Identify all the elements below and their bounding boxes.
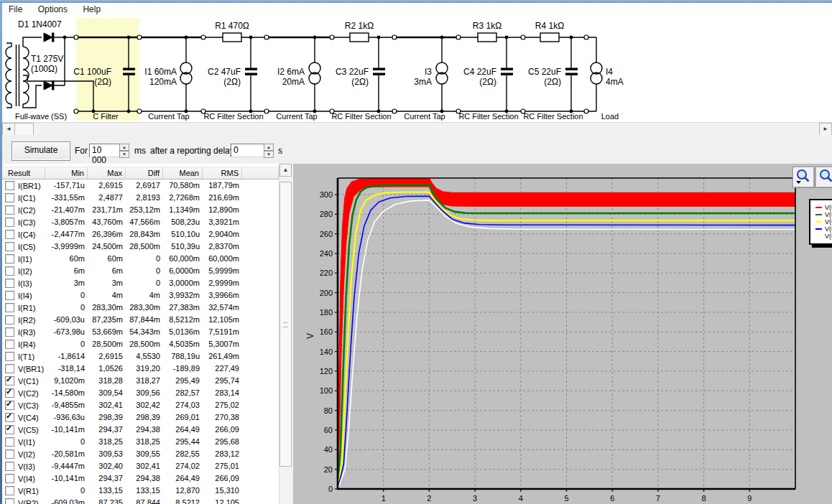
result-mean: 8,5212m [163, 314, 203, 326]
result-diff: 309,56 [126, 387, 163, 399]
duration-input[interactable]: 10 000 [89, 144, 121, 157]
header-max[interactable]: Max [88, 167, 126, 179]
result-row: I(C2)-21,407m231,71m253,12m1,1349m12,890… [2, 204, 279, 216]
result-diff: 0 [126, 265, 163, 277]
result-diff: 283,30m [126, 302, 163, 314]
result-checkbox[interactable]: ✓ [5, 388, 14, 398]
label-i2-line1: I2 6mA [277, 67, 305, 77]
section-label-load[interactable]: Load [601, 112, 619, 121]
section-label-cfilter[interactable]: C Filter [93, 112, 119, 121]
result-name: I(C4) [18, 230, 35, 239]
result-min: -1,8614 [45, 350, 88, 363]
result-checkbox[interactable] [5, 364, 14, 373]
result-checkbox[interactable] [5, 327, 14, 337]
header-min[interactable]: Min [45, 167, 88, 179]
header-mean[interactable]: Mean [163, 167, 203, 179]
legend-entry: V(C2) [815, 211, 832, 218]
label-i3-line1: I3 [425, 67, 432, 77]
result-checkbox[interactable] [5, 303, 14, 312]
spin-down-icon[interactable]: ▼ [119, 151, 129, 158]
result-checkbox[interactable] [5, 315, 14, 325]
result-name: V(R1) [18, 487, 39, 495]
scroll-right-button[interactable]: ► [819, 123, 832, 136]
result-checkbox[interactable]: ✓ [5, 376, 14, 386]
result-diff: 54,343m [126, 326, 163, 338]
result-checkbox[interactable] [5, 449, 14, 459]
voltage-plot: 0204060801001201401601802002202402602803… [293, 164, 832, 504]
section-label-currenttap-2[interactable]: Current Tap [276, 112, 317, 121]
result-checkbox[interactable]: ✓ [5, 425, 14, 434]
result-row: ✓V(C2)-14,580m309,54309,56282,57283,14 [2, 387, 279, 399]
label-c4-line1: C4 22uF [463, 67, 496, 77]
result-checkbox[interactable] [5, 205, 14, 215]
schematic-horizontal-scrollbar[interactable]: ◄ ► [2, 122, 832, 136]
result-checkbox[interactable] [5, 242, 14, 251]
result-row: I(R3)-673,98u53,669m54,343m5,0136m7,5191… [2, 326, 279, 338]
result-mean: 60,000m [163, 253, 203, 265]
result-checkbox[interactable] [5, 193, 14, 202]
schematic-drawing: D1 1N4007 T1 275V (100Ω) C1 100uF (2Ω) I… [2, 16, 832, 122]
result-checkbox[interactable] [5, 279, 14, 288]
result-diff: 28,500m [126, 338, 163, 350]
result-checkbox[interactable] [5, 437, 14, 447]
result-checkbox[interactable] [5, 462, 14, 471]
result-checkbox[interactable] [5, 498, 14, 504]
header-rms[interactable]: RMS [203, 167, 242, 179]
result-max: 294,37 [88, 472, 126, 485]
results-vertical-scrollbar[interactable]: ▲ [279, 164, 292, 504]
result-checkbox[interactable] [5, 474, 14, 483]
xtick-label: 9 [747, 494, 752, 503]
result-checkbox[interactable] [5, 181, 14, 190]
result-checkbox[interactable] [5, 340, 14, 349]
magnifier-icon [793, 167, 813, 186]
header-result[interactable]: Result [2, 167, 45, 179]
spin-up-icon[interactable]: ▲ [119, 144, 129, 151]
delay-input[interactable]: 0 [231, 144, 265, 157]
result-name-cell: ✓V(C4) [2, 411, 45, 424]
header-diff[interactable]: Diff [126, 167, 163, 179]
section-label-rcfilter-4[interactable]: RC Filter Section [523, 112, 583, 121]
diode-d1-bottom[interactable] [44, 81, 54, 90]
spin-up-icon[interactable]: ▲ [264, 144, 274, 151]
result-name: V(BR1) [18, 365, 44, 373]
result-name: V(I4) [18, 475, 35, 483]
diode-d1-top[interactable] [44, 33, 54, 42]
menu-help[interactable]: Help [76, 3, 107, 16]
menu-file[interactable]: File [2, 3, 29, 16]
duration-spinner[interactable]: ▲ ▼ [119, 144, 129, 158]
result-max: 294,37 [88, 424, 126, 436]
section-label-currenttap-3[interactable]: Current Tap [404, 112, 445, 121]
spin-down-icon[interactable]: ▼ [264, 151, 274, 158]
zoom-button[interactable] [815, 167, 832, 188]
simulate-button[interactable]: Simulate [11, 141, 70, 161]
result-checkbox[interactable] [5, 486, 14, 495]
legend-color-dash [815, 207, 822, 208]
result-checkbox[interactable] [5, 352, 14, 361]
section-label-rcfilter-3[interactable]: RC Filter Section [458, 112, 518, 121]
result-checkbox[interactable] [5, 291, 14, 300]
vertical-scroll-thumb[interactable] [279, 182, 292, 467]
result-row: I(C4)-2,4477m26,396m28,843m510,10u2,9040… [2, 228, 279, 241]
result-checkbox[interactable]: ✓ [5, 413, 14, 422]
section-label-currenttap-1[interactable]: Current Tap [148, 112, 189, 121]
result-checkbox[interactable] [5, 254, 14, 263]
result-name-cell: I(C2) [2, 204, 45, 216]
section-label-fullwave[interactable]: Full-wave (SS) [15, 112, 67, 121]
section-label-rcfilter-2[interactable]: RC Filter Section [331, 112, 391, 121]
result-min: -9,4447m [45, 460, 88, 472]
menu-options[interactable]: Options [32, 3, 74, 16]
result-checkbox[interactable] [5, 266, 14, 276]
result-mean: 282,55 [163, 448, 203, 460]
delay-spinner[interactable]: ▲ ▼ [264, 144, 274, 158]
for-label: For [75, 146, 88, 156]
result-diff: 28,843m [126, 228, 163, 241]
horizontal-scroll-thumb[interactable] [14, 123, 34, 136]
result-checkbox[interactable]: ✓ [5, 401, 14, 410]
scroll-up-button[interactable]: ▲ [279, 164, 292, 177]
result-min: 0 [45, 338, 88, 350]
zoom-dropdown-button[interactable] [792, 167, 815, 188]
section-label-rcfilter-1[interactable]: RC Filter Section [203, 112, 263, 121]
result-checkbox[interactable] [5, 218, 14, 227]
scroll-left-button[interactable]: ◄ [2, 123, 15, 136]
result-checkbox[interactable] [5, 230, 14, 239]
